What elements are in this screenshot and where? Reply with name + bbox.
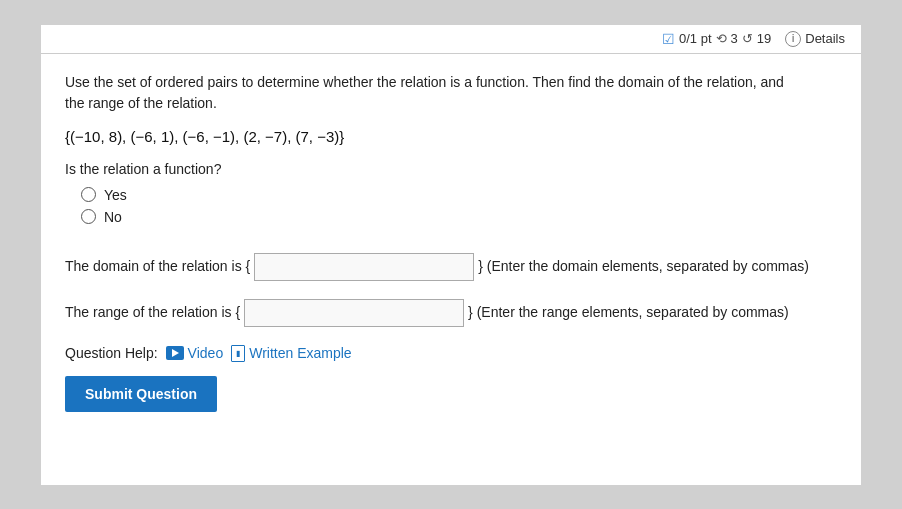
question-help-row: Question Help: Video ▮ Written Example (65, 345, 837, 362)
domain-input[interactable] (254, 253, 474, 281)
time-text: 19 (757, 31, 771, 46)
details-button[interactable]: i Details (785, 31, 845, 47)
domain-inline: The domain of the relation is { } (Enter… (65, 253, 809, 281)
question-help-label: Question Help: (65, 345, 158, 361)
domain-before-text: The domain of the relation is { (65, 255, 250, 277)
info-icon: i (785, 31, 801, 47)
instructions-text: Use the set of ordered pairs to determin… (65, 72, 785, 114)
range-after-text: } (Enter the range elements, separated b… (468, 301, 789, 323)
attempts-text: 3 (731, 31, 738, 46)
content-area: Use the set of ordered pairs to determin… (41, 54, 861, 430)
range-input[interactable] (244, 299, 464, 327)
range-before-text: The range of the relation is { (65, 301, 240, 323)
video-link[interactable]: Video (166, 345, 224, 361)
domain-row: The domain of the relation is { } (Enter… (65, 253, 837, 281)
domain-after-text: } (Enter the domain elements, separated … (478, 255, 809, 277)
score-item: ☑ 0/1 pt ⟲ 3 ↺ 19 (662, 31, 771, 47)
radio-group: Yes No (81, 187, 837, 225)
checkmark-icon: ☑ (662, 31, 675, 47)
range-inline: The range of the relation is { } (Enter … (65, 299, 789, 327)
radio-yes-label: Yes (104, 187, 127, 203)
radio-yes-circle (81, 187, 96, 202)
submit-label: Submit Question (85, 386, 197, 402)
video-label: Video (188, 345, 224, 361)
set-expression: {(−10, 8), (−6, 1), (−6, −1), (2, −7), (… (65, 128, 837, 145)
top-bar-items: ☑ 0/1 pt ⟲ 3 ↺ 19 i Details (662, 31, 845, 47)
details-label: Details (805, 31, 845, 46)
document-icon: ▮ (231, 345, 245, 362)
radio-no-circle (81, 209, 96, 224)
range-row: The range of the relation is { } (Enter … (65, 299, 837, 327)
function-question-label: Is the relation a function? (65, 161, 837, 177)
written-example-label: Written Example (249, 345, 351, 361)
radio-option-no[interactable]: No (81, 209, 837, 225)
radio-no-label: No (104, 209, 122, 225)
time-icon: ↺ (742, 31, 753, 46)
main-container: ☑ 0/1 pt ⟲ 3 ↺ 19 i Details Use the set … (41, 25, 861, 485)
submit-button[interactable]: Submit Question (65, 376, 217, 412)
score-text: 0/1 pt (679, 31, 712, 46)
top-bar: ☑ 0/1 pt ⟲ 3 ↺ 19 i Details (41, 25, 861, 54)
video-play-triangle (172, 349, 179, 357)
radio-option-yes[interactable]: Yes (81, 187, 837, 203)
attempts-icon: ⟲ (716, 31, 727, 46)
written-example-link[interactable]: ▮ Written Example (231, 345, 351, 362)
video-icon (166, 346, 184, 360)
